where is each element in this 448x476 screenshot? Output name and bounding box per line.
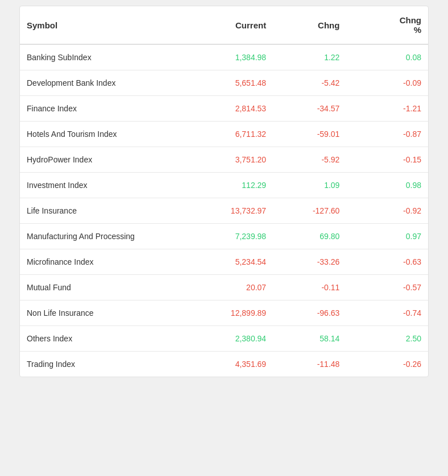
table-row: Life Insurance13,732.97-127.60-0.92 (20, 198, 428, 224)
cell-symbol: Mutual Fund (20, 275, 192, 300)
cell-chng: 69.80 (273, 224, 346, 249)
cell-current: 13,732.97 (192, 198, 273, 224)
header-current: Current (192, 6, 273, 44)
cell-chng: -0.11 (273, 275, 346, 300)
cell-chng: -33.26 (273, 249, 346, 275)
cell-current: 6,711.32 (192, 122, 273, 147)
cell-symbol: Microfinance Index (20, 249, 192, 275)
cell-current: 2,380.94 (192, 326, 273, 352)
table-row: Others Index2,380.9458.142.50 (20, 326, 428, 352)
cell-current: 7,239.98 (192, 224, 273, 249)
cell-current: 4,351.69 (192, 352, 273, 377)
cell-symbol: Investment Index (20, 173, 192, 198)
cell-chng: -5.92 (273, 147, 346, 173)
cell-symbol: HydroPower Index (20, 147, 192, 173)
cell-symbol: Banking SubIndex (20, 44, 192, 70)
table-row: Finance Index2,814.53-34.57-1.21 (20, 96, 428, 122)
cell-chng-pct: -0.26 (346, 352, 428, 377)
cell-current: 3,751.20 (192, 147, 273, 173)
cell-current: 112.29 (192, 173, 273, 198)
cell-current: 12,899.89 (192, 300, 273, 326)
cell-chng: -11.48 (273, 352, 346, 377)
table-row: Manufacturing And Processing7,239.9869.8… (20, 224, 428, 249)
index-table: Symbol Current Chng Chng% Banking SubInd… (19, 6, 429, 377)
table-row: Banking SubIndex1,384.981.220.08 (20, 44, 428, 70)
cell-chng-pct: -0.92 (346, 198, 428, 224)
cell-chng: -5.42 (273, 70, 346, 96)
cell-chng-pct: -0.63 (346, 249, 428, 275)
table-row: Investment Index112.291.090.98 (20, 173, 428, 198)
cell-chng-pct: -0.87 (346, 122, 428, 147)
cell-chng: -59.01 (273, 122, 346, 147)
cell-chng: -34.57 (273, 96, 346, 122)
cell-chng: 1.09 (273, 173, 346, 198)
cell-symbol: Finance Index (20, 96, 192, 122)
table-row: Non Life Insurance12,899.89-96.63-0.74 (20, 300, 428, 326)
cell-current: 5,234.54 (192, 249, 273, 275)
cell-chng-pct: 2.50 (346, 326, 428, 352)
cell-current: 1,384.98 (192, 44, 273, 70)
cell-chng: 58.14 (273, 326, 346, 352)
table-row: Trading Index4,351.69-11.48-0.26 (20, 352, 428, 377)
table-row: Hotels And Tourism Index6,711.32-59.01-0… (20, 122, 428, 147)
cell-symbol: Trading Index (20, 352, 192, 377)
table-row: Microfinance Index5,234.54-33.26-0.63 (20, 249, 428, 275)
cell-chng-pct: -0.57 (346, 275, 428, 300)
cell-symbol: Life Insurance (20, 198, 192, 224)
cell-current: 2,814.53 (192, 96, 273, 122)
header-symbol: Symbol (20, 6, 192, 44)
table-row: Mutual Fund20.07-0.11-0.57 (20, 275, 428, 300)
cell-chng: -96.63 (273, 300, 346, 326)
table-row: Development Bank Index5,651.48-5.42-0.09 (20, 70, 428, 96)
cell-chng-pct: 0.97 (346, 224, 428, 249)
table-header-row: Symbol Current Chng Chng% (20, 6, 428, 44)
cell-chng-pct: 0.98 (346, 173, 428, 198)
cell-symbol: Non Life Insurance (20, 300, 192, 326)
header-chng-pct: Chng% (346, 6, 428, 44)
cell-symbol: Others Index (20, 326, 192, 352)
cell-current: 5,651.48 (192, 70, 273, 96)
cell-chng-pct: -0.74 (346, 300, 428, 326)
cell-symbol: Hotels And Tourism Index (20, 122, 192, 147)
cell-chng-pct: -0.09 (346, 70, 428, 96)
cell-chng: 1.22 (273, 44, 346, 70)
header-chng: Chng (273, 6, 346, 44)
cell-symbol: Manufacturing And Processing (20, 224, 192, 249)
cell-current: 20.07 (192, 275, 273, 300)
cell-chng: -127.60 (273, 198, 346, 224)
cell-chng-pct: -1.21 (346, 96, 428, 122)
cell-chng-pct: -0.15 (346, 147, 428, 173)
cell-chng-pct: 0.08 (346, 44, 428, 70)
cell-symbol: Development Bank Index (20, 70, 192, 96)
table-row: HydroPower Index3,751.20-5.92-0.15 (20, 147, 428, 173)
